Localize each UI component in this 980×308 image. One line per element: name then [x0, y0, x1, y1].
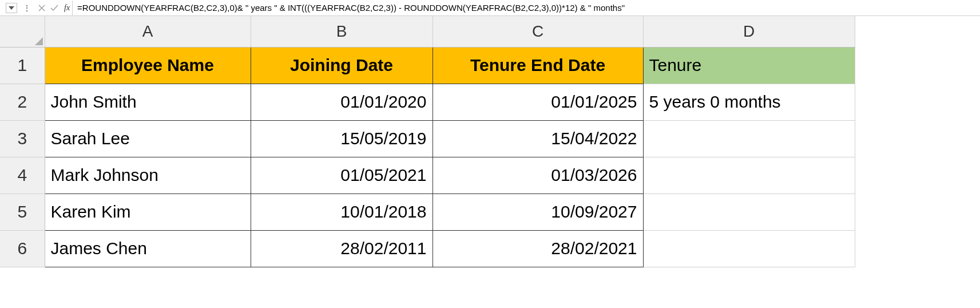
cell-d5[interactable]: [643, 194, 855, 230]
column-header-b[interactable]: B: [251, 16, 433, 47]
cell-c4[interactable]: 01/03/2026: [433, 157, 643, 194]
formula-bar-separator: ⋮: [23, 3, 31, 13]
chevron-down-icon: [9, 6, 14, 10]
column-header-a[interactable]: A: [45, 16, 251, 47]
cell-a1[interactable]: Employee Name: [45, 47, 251, 84]
select-all-corner[interactable]: [0, 16, 45, 47]
cell-d1[interactable]: Tenure: [643, 47, 855, 84]
cell-a6[interactable]: James Chen: [45, 230, 251, 267]
cell-d3[interactable]: [643, 120, 855, 157]
row-header-1[interactable]: 1: [0, 47, 45, 84]
row-header-3[interactable]: 3: [0, 120, 45, 157]
cell-d6[interactable]: [643, 230, 855, 267]
cell-c5[interactable]: 10/09/2027: [433, 194, 643, 230]
cancel-icon[interactable]: [37, 3, 47, 13]
cell-b4[interactable]: 01/05/2021: [251, 157, 433, 194]
cell-a5[interactable]: Karen Kim: [45, 194, 251, 230]
cell-a4[interactable]: Mark Johnson: [45, 157, 251, 194]
cell-c3[interactable]: 15/04/2022: [433, 120, 643, 157]
fx-label[interactable]: fx: [64, 3, 70, 13]
cell-d2[interactable]: 5 years 0 months: [643, 84, 855, 120]
cell-b1[interactable]: Joining Date: [251, 47, 433, 84]
cell-b3[interactable]: 15/05/2019: [251, 120, 433, 157]
cell-b2[interactable]: 01/01/2020: [251, 84, 433, 120]
column-header-c[interactable]: C: [433, 16, 643, 47]
row-header-5[interactable]: 5: [0, 194, 45, 230]
cell-b6[interactable]: 28/02/2011: [251, 230, 433, 267]
row-header-2[interactable]: 2: [0, 84, 45, 120]
enter-icon[interactable]: [49, 3, 59, 13]
formula-bar: ⋮ fx: [0, 0, 980, 16]
column-header-d[interactable]: D: [643, 16, 855, 47]
cell-c6[interactable]: 28/02/2021: [433, 230, 643, 267]
cell-a2[interactable]: John Smith: [45, 84, 251, 120]
cell-b5[interactable]: 10/01/2018: [251, 194, 433, 230]
spreadsheet: A B C D 1 Employee Name Joining Date Ten…: [0, 16, 980, 267]
row-header-4[interactable]: 4: [0, 157, 45, 194]
cell-c1[interactable]: Tenure End Date: [433, 47, 643, 84]
formula-input[interactable]: [72, 1, 980, 15]
row-header-6[interactable]: 6: [0, 230, 45, 267]
cell-d4[interactable]: [643, 157, 855, 194]
formula-bar-left: ⋮ fx: [6, 3, 72, 13]
name-box-dropdown[interactable]: [6, 3, 17, 13]
cell-c2[interactable]: 01/01/2025: [433, 84, 643, 120]
cell-a3[interactable]: Sarah Lee: [45, 120, 251, 157]
